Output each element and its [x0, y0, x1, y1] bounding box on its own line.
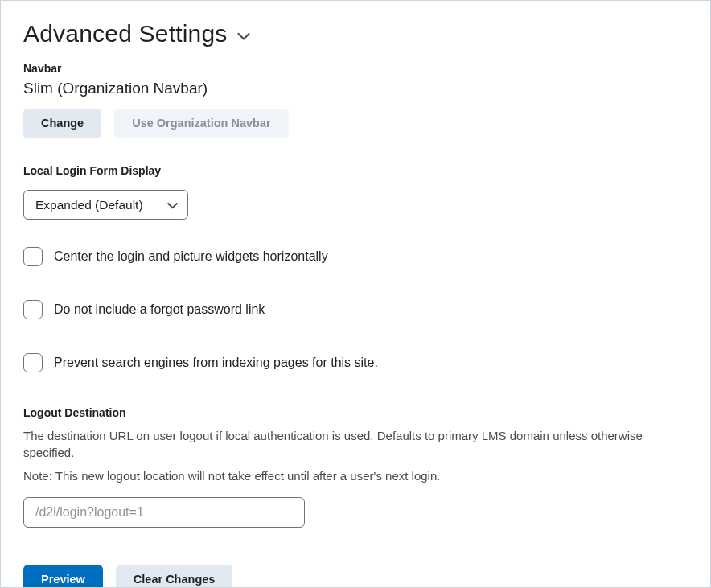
logout-url-input[interactable]	[23, 497, 305, 528]
prevent-index-checkbox[interactable]	[23, 353, 43, 372]
clear-changes-button[interactable]: Clear Changes	[116, 565, 233, 588]
logout-note: Note: This new logout location will not …	[23, 467, 688, 484]
prevent-index-label[interactable]: Prevent search engines from indexing pag…	[54, 356, 378, 370]
change-button[interactable]: Change	[23, 109, 101, 138]
prevent-index-row: Prevent search engines from indexing pag…	[23, 353, 688, 372]
logout-label: Logout Destination	[23, 406, 688, 419]
use-organization-navbar-button[interactable]: Use Organization Navbar	[114, 109, 288, 138]
footer-button-row: Preview Clear Changes	[23, 565, 688, 588]
login-form-select-wrap: Expanded (Default)	[23, 190, 188, 220]
navbar-button-row: Change Use Organization Navbar	[23, 109, 688, 138]
login-form-select[interactable]: Expanded (Default)	[23, 190, 188, 220]
no-forgot-link-row: Do not include a forgot password link	[23, 300, 688, 319]
page-title: Advanced Settings	[23, 20, 228, 47]
navbar-label: Navbar	[23, 62, 688, 75]
no-forgot-link-checkbox[interactable]	[23, 300, 43, 319]
center-widgets-checkbox[interactable]	[23, 247, 43, 266]
login-form-section: Local Login Form Display Expanded (Defau…	[23, 164, 688, 247]
navbar-current-value: Slim (Organization Navbar)	[23, 80, 688, 97]
center-widgets-label[interactable]: Center the login and picture widgets hor…	[54, 249, 328, 264]
no-forgot-link-label[interactable]: Do not include a forgot password link	[54, 302, 265, 317]
center-widgets-row: Center the login and picture widgets hor…	[23, 247, 688, 266]
logout-section: Logout Destination The destination URL o…	[23, 406, 688, 565]
page-heading-row[interactable]: Advanced Settings	[23, 20, 688, 47]
chevron-down-icon	[237, 26, 250, 42]
navbar-section: Navbar Slim (Organization Navbar) Change…	[23, 62, 688, 138]
preview-button[interactable]: Preview	[23, 565, 103, 588]
logout-description: The destination URL on user logout if lo…	[23, 427, 688, 461]
login-form-label: Local Login Form Display	[23, 164, 688, 177]
